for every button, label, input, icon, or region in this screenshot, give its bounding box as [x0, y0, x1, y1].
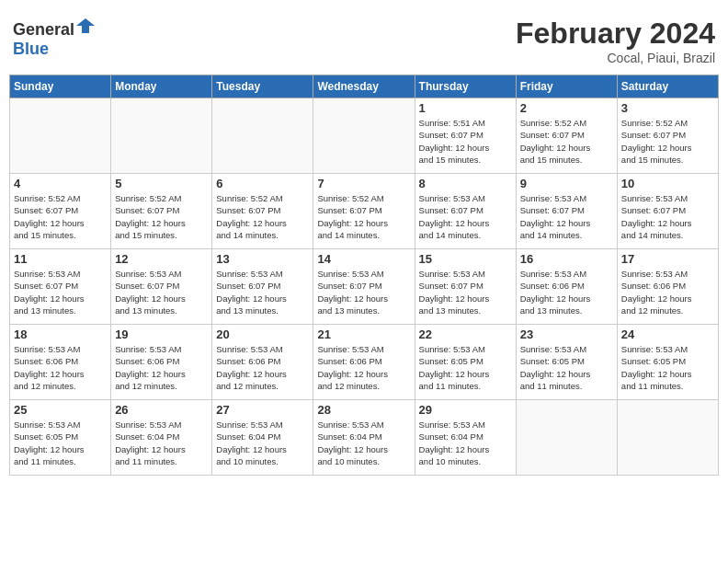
day-number: 16: [520, 252, 613, 266]
day-number: 12: [115, 252, 208, 266]
day-info: Sunrise: 5:53 AM Sunset: 6:04 PM Dayligh…: [216, 419, 309, 467]
day-info: Sunrise: 5:53 AM Sunset: 6:06 PM Dayligh…: [520, 268, 613, 316]
day-header-thursday: Thursday: [415, 75, 516, 98]
day-number: 28: [317, 403, 410, 417]
day-number: 22: [419, 327, 512, 341]
day-info: Sunrise: 5:53 AM Sunset: 6:06 PM Dayligh…: [14, 343, 107, 392]
calendar-cell: 2Sunrise: 5:52 AM Sunset: 6:07 PM Daylig…: [516, 98, 617, 174]
day-info: Sunrise: 5:51 AM Sunset: 6:07 PM Dayligh…: [419, 117, 512, 166]
day-info: Sunrise: 5:53 AM Sunset: 6:07 PM Dayligh…: [419, 268, 512, 316]
calendar-week-row: 25Sunrise: 5:53 AM Sunset: 6:05 PM Dayli…: [10, 400, 719, 476]
day-info: Sunrise: 5:52 AM Sunset: 6:07 PM Dayligh…: [317, 192, 410, 241]
day-info: Sunrise: 5:53 AM Sunset: 6:06 PM Dayligh…: [621, 268, 714, 316]
calendar-cell: 17Sunrise: 5:53 AM Sunset: 6:06 PM Dayli…: [617, 249, 718, 325]
calendar-cell: 10Sunrise: 5:53 AM Sunset: 6:07 PM Dayli…: [617, 174, 718, 249]
calendar-cell: [516, 400, 617, 476]
calendar-week-row: 4Sunrise: 5:52 AM Sunset: 6:07 PM Daylig…: [10, 174, 719, 249]
calendar-table: SundayMondayTuesdayWednesdayThursdayFrid…: [9, 75, 719, 476]
day-info: Sunrise: 5:52 AM Sunset: 6:07 PM Dayligh…: [520, 117, 613, 166]
day-header-friday: Friday: [516, 75, 617, 98]
day-number: 20: [216, 327, 309, 341]
page-header: General Blue February 2024 Cocal, Piaui,…: [9, 9, 719, 69]
day-number: 4: [14, 177, 107, 190]
calendar-cell: 11Sunrise: 5:53 AM Sunset: 6:07 PM Dayli…: [10, 249, 111, 325]
day-number: 8: [419, 177, 512, 190]
day-number: 27: [216, 403, 309, 417]
day-number: 13: [216, 252, 309, 266]
svg-marker-0: [76, 18, 95, 33]
day-number: 1: [419, 101, 512, 115]
day-number: 2: [520, 101, 613, 115]
day-info: Sunrise: 5:52 AM Sunset: 6:07 PM Dayligh…: [14, 192, 107, 241]
day-header-saturday: Saturday: [617, 75, 718, 98]
day-header-tuesday: Tuesday: [212, 75, 313, 98]
calendar-cell: 5Sunrise: 5:52 AM Sunset: 6:07 PM Daylig…: [111, 174, 212, 249]
calendar-cell: 15Sunrise: 5:53 AM Sunset: 6:07 PM Dayli…: [415, 249, 516, 325]
day-info: Sunrise: 5:53 AM Sunset: 6:04 PM Dayligh…: [115, 419, 208, 467]
logo-general: General: [13, 20, 74, 39]
day-header-monday: Monday: [111, 75, 212, 98]
day-header-sunday: Sunday: [10, 75, 111, 98]
calendar-cell: 8Sunrise: 5:53 AM Sunset: 6:07 PM Daylig…: [415, 174, 516, 249]
calendar-week-row: 18Sunrise: 5:53 AM Sunset: 6:06 PM Dayli…: [10, 325, 719, 400]
day-number: 3: [621, 101, 714, 115]
day-number: 10: [621, 177, 714, 190]
calendar-cell: 22Sunrise: 5:53 AM Sunset: 6:05 PM Dayli…: [415, 325, 516, 400]
day-number: 23: [520, 327, 613, 341]
day-header-wednesday: Wednesday: [313, 75, 415, 98]
day-number: 9: [520, 177, 613, 190]
logo: General Blue: [13, 17, 95, 59]
calendar-cell: 3Sunrise: 5:52 AM Sunset: 6:07 PM Daylig…: [617, 98, 718, 174]
calendar-week-row: 1Sunrise: 5:51 AM Sunset: 6:07 PM Daylig…: [10, 98, 719, 174]
day-info: Sunrise: 5:53 AM Sunset: 6:06 PM Dayligh…: [317, 343, 410, 392]
calendar-cell: 21Sunrise: 5:53 AM Sunset: 6:06 PM Dayli…: [313, 325, 415, 400]
day-info: Sunrise: 5:53 AM Sunset: 6:06 PM Dayligh…: [115, 343, 208, 392]
day-number: 7: [317, 177, 410, 190]
day-info: Sunrise: 5:52 AM Sunset: 6:07 PM Dayligh…: [115, 192, 208, 241]
day-number: 15: [419, 252, 512, 266]
day-info: Sunrise: 5:53 AM Sunset: 6:07 PM Dayligh…: [419, 192, 512, 241]
calendar-cell: [313, 98, 415, 174]
day-info: Sunrise: 5:53 AM Sunset: 6:07 PM Dayligh…: [115, 268, 208, 316]
calendar-cell: 28Sunrise: 5:53 AM Sunset: 6:04 PM Dayli…: [313, 400, 415, 476]
day-info: Sunrise: 5:53 AM Sunset: 6:05 PM Dayligh…: [621, 343, 714, 392]
day-info: Sunrise: 5:53 AM Sunset: 6:04 PM Dayligh…: [419, 419, 512, 467]
calendar-cell: 6Sunrise: 5:52 AM Sunset: 6:07 PM Daylig…: [212, 174, 313, 249]
calendar-cell: 1Sunrise: 5:51 AM Sunset: 6:07 PM Daylig…: [415, 98, 516, 174]
calendar-cell: [111, 98, 212, 174]
calendar-cell: 14Sunrise: 5:53 AM Sunset: 6:07 PM Dayli…: [313, 249, 415, 325]
day-info: Sunrise: 5:53 AM Sunset: 6:05 PM Dayligh…: [419, 343, 512, 392]
title-block: February 2024 Cocal, Piaui, Brazil: [516, 17, 715, 65]
day-number: 18: [14, 327, 107, 341]
calendar-cell: 7Sunrise: 5:52 AM Sunset: 6:07 PM Daylig…: [313, 174, 415, 249]
calendar-cell: 18Sunrise: 5:53 AM Sunset: 6:06 PM Dayli…: [10, 325, 111, 400]
calendar-cell: 19Sunrise: 5:53 AM Sunset: 6:06 PM Dayli…: [111, 325, 212, 400]
calendar-week-row: 11Sunrise: 5:53 AM Sunset: 6:07 PM Dayli…: [10, 249, 719, 325]
calendar-header-row: SundayMondayTuesdayWednesdayThursdayFrid…: [10, 75, 719, 98]
day-number: 19: [115, 327, 208, 341]
calendar-cell: 27Sunrise: 5:53 AM Sunset: 6:04 PM Dayli…: [212, 400, 313, 476]
calendar-cell: 20Sunrise: 5:53 AM Sunset: 6:06 PM Dayli…: [212, 325, 313, 400]
day-number: 17: [621, 252, 714, 266]
calendar-cell: 26Sunrise: 5:53 AM Sunset: 6:04 PM Dayli…: [111, 400, 212, 476]
calendar-cell: [212, 98, 313, 174]
logo-bird-icon: [76, 17, 95, 35]
calendar-cell: 29Sunrise: 5:53 AM Sunset: 6:04 PM Dayli…: [415, 400, 516, 476]
day-info: Sunrise: 5:53 AM Sunset: 6:07 PM Dayligh…: [520, 192, 613, 241]
day-number: 25: [14, 403, 107, 417]
day-info: Sunrise: 5:53 AM Sunset: 6:04 PM Dayligh…: [317, 419, 410, 467]
day-number: 24: [621, 327, 714, 341]
calendar-cell: 9Sunrise: 5:53 AM Sunset: 6:07 PM Daylig…: [516, 174, 617, 249]
day-number: 29: [419, 403, 512, 417]
day-info: Sunrise: 5:52 AM Sunset: 6:07 PM Dayligh…: [216, 192, 309, 241]
calendar-cell: [10, 98, 111, 174]
calendar-cell: 25Sunrise: 5:53 AM Sunset: 6:05 PM Dayli…: [10, 400, 111, 476]
day-info: Sunrise: 5:53 AM Sunset: 6:07 PM Dayligh…: [317, 268, 410, 316]
day-number: 11: [14, 252, 107, 266]
calendar-cell: 24Sunrise: 5:53 AM Sunset: 6:05 PM Dayli…: [617, 325, 718, 400]
calendar-cell: 23Sunrise: 5:53 AM Sunset: 6:05 PM Dayli…: [516, 325, 617, 400]
day-info: Sunrise: 5:52 AM Sunset: 6:07 PM Dayligh…: [621, 117, 714, 166]
calendar-cell: 13Sunrise: 5:53 AM Sunset: 6:07 PM Dayli…: [212, 249, 313, 325]
day-info: Sunrise: 5:53 AM Sunset: 6:05 PM Dayligh…: [520, 343, 613, 392]
logo-blue: Blue: [13, 40, 49, 58]
